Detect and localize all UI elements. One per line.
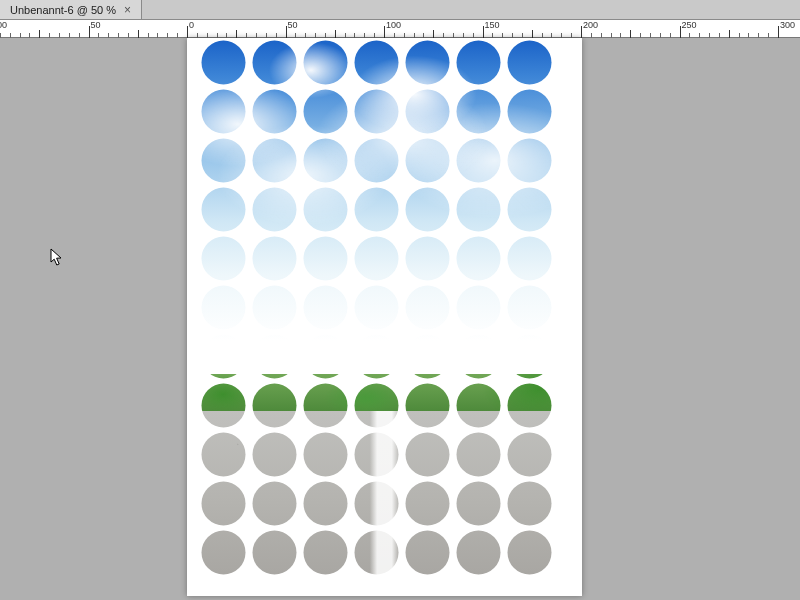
scene-sky — [201, 40, 568, 341]
ruler-tick-label: 100 — [0, 20, 7, 30]
workspace[interactable] — [0, 38, 800, 600]
ruler-tick-label: 200 — [583, 20, 598, 30]
document-tab-title: Unbenannt-6 @ 50 % — [10, 4, 116, 16]
document-tab-bar: Unbenannt-6 @ 50 % × — [0, 0, 800, 20]
ruler-horizontal[interactable]: 10050050100150200250300 — [0, 20, 800, 38]
ruler-tick-label: 50 — [288, 20, 298, 30]
scene-greenery — [201, 374, 568, 412]
ruler-tick-label: 250 — [682, 20, 697, 30]
ruler-tick-label: 0 — [189, 20, 194, 30]
ruler-tick-label: 300 — [780, 20, 795, 30]
mouse-cursor-icon — [50, 248, 66, 268]
document-tab[interactable]: Unbenannt-6 @ 50 % × — [0, 0, 142, 19]
ruler-tick-label: 150 — [485, 20, 500, 30]
close-icon[interactable]: × — [122, 4, 133, 16]
document-canvas[interactable] — [187, 38, 582, 596]
ruler-tick-label: 100 — [386, 20, 401, 30]
scene-road — [201, 411, 568, 578]
artwork-scene — [201, 40, 568, 578]
ruler-tick-label: 50 — [91, 20, 101, 30]
